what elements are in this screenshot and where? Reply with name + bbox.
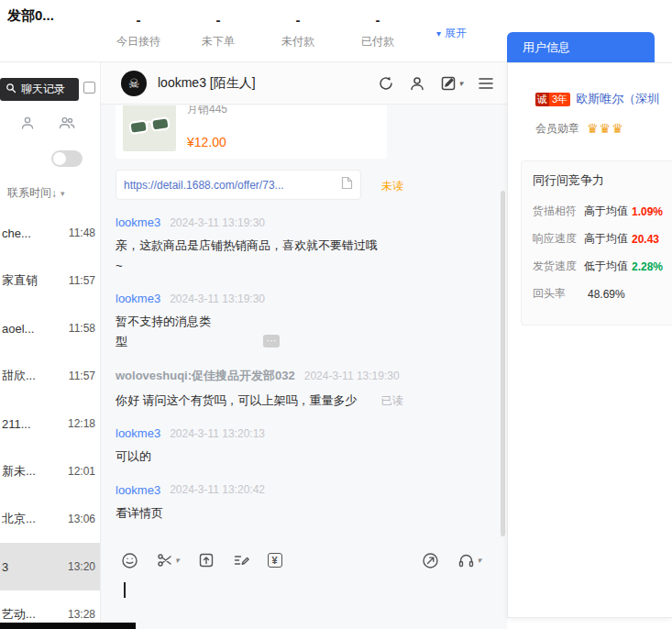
- message-body: 你好 请问这个有货吗，可以上架吗，重量多少⋯已读: [116, 391, 474, 411]
- competitiveness-rows: 货描相符 高于均值 1.09% 响应速度 高于均值 20.43 发货速度: [533, 204, 666, 302]
- contact-row[interactable]: 211... 12:18: [0, 400, 101, 447]
- company-name[interactable]: 欧斯唯尔（深圳: [576, 91, 659, 107]
- screenshot-scissors-icon[interactable]: ▾: [157, 552, 180, 568]
- message-body: 暂不支持的消息类 型⋯: [116, 312, 474, 352]
- refresh-icon[interactable]: [378, 75, 394, 92]
- contact-name: 新未...: [2, 463, 36, 480]
- competitiveness-row: 响应速度 高于均值 20.43: [533, 231, 666, 247]
- metric-desc: 低于均值: [584, 259, 628, 274]
- contact-time: 13:06: [68, 513, 95, 525]
- product-image: [123, 105, 176, 151]
- stat-value: -: [112, 12, 165, 28]
- emoji-icon[interactable]: [121, 552, 138, 569]
- contact-row[interactable]: 3 13:20: [0, 543, 101, 590]
- crown-medal-icon: ♛: [600, 121, 611, 136]
- person-filter-icon[interactable]: [20, 116, 35, 130]
- group-filter-icon[interactable]: [59, 116, 75, 130]
- message: lookme3 2024-3-11 13:20:42 看详情页⋯: [116, 483, 507, 524]
- contact-profile-icon[interactable]: [409, 75, 425, 92]
- medal-row: 会员勋章 ♛♛♛: [535, 120, 672, 137]
- message: lookme3 2024-3-11 13:20:13 可以的⋯: [116, 426, 507, 467]
- contact-name: 211...: [2, 417, 31, 431]
- competitiveness-row: 货描相符 高于均值 1.09%: [533, 204, 666, 219]
- tab-user-info[interactable]: 用户信息: [507, 32, 655, 62]
- service-headset-icon[interactable]: ▾: [457, 553, 481, 568]
- more-options-icon[interactable]: ⋯: [263, 335, 280, 348]
- message-sender[interactable]: lookme3: [116, 426, 160, 440]
- message: woloveshuqi:促佳搜品开发部032 2024-3-11 13:19:3…: [116, 368, 507, 411]
- metric-value: 2.28%: [632, 260, 663, 273]
- chat-scrollbar[interactable]: [501, 191, 505, 536]
- message-sender[interactable]: lookme3: [116, 292, 160, 305]
- transfer-session-icon[interactable]: [422, 552, 439, 569]
- crown-medal-icon: ♛: [611, 121, 623, 136]
- metric-label: 发货速度: [533, 259, 584, 274]
- peer-title: lookme3 [陌生人]: [158, 75, 256, 92]
- message-sender[interactable]: lookme3: [116, 215, 160, 229]
- contact-row[interactable]: 北京... 13:06: [0, 495, 101, 543]
- metric-label: 货描相符: [533, 204, 584, 219]
- message-text: 看详情页: [116, 506, 163, 520]
- stat-value: -: [192, 12, 245, 28]
- message-sender[interactable]: woloveshuqi:促佳搜品开发部032: [116, 368, 295, 384]
- message-head: lookme3 2024-3-11 13:19:30: [116, 215, 474, 229]
- credit-badge-years: 3年: [549, 93, 570, 106]
- competitiveness-row: 发货速度 低于均值 2.28%: [533, 259, 666, 274]
- menu-icon[interactable]: [478, 77, 494, 90]
- contact-row[interactable]: 家直销 11:57: [0, 257, 101, 304]
- transaction-yuan-icon[interactable]: ¥: [268, 553, 282, 568]
- competitiveness-box: 同行间竞争力 货描相符 高于均值 1.09% 响应速度 高于均值 20.4: [521, 160, 672, 326]
- contact-name: 甜欣...: [2, 368, 36, 384]
- metric-value: 1.09%: [632, 205, 663, 218]
- competitiveness-title: 同行间竞争力: [533, 172, 666, 189]
- unread-status: 未读: [381, 179, 403, 200]
- credit-badge: 诚3年: [535, 93, 570, 106]
- quick-phrase-icon[interactable]: [233, 552, 249, 568]
- expand-label: 展开: [445, 26, 467, 41]
- product-info: 月销445 ¥12.00: [187, 105, 227, 151]
- stat-item: - 未付款: [271, 12, 325, 50]
- stat-label: 今日接待: [112, 34, 165, 50]
- sort-selector[interactable]: 联系时间 ↓ ▾: [7, 185, 65, 201]
- contact-name: 3: [2, 560, 8, 574]
- conversation-sidebar: 聊天记录 联系时间 ↓ ▾ che... 11:48: [0, 62, 101, 629]
- contact-row[interactable]: aoel... 11:58: [0, 304, 101, 352]
- metric-value: 20.43: [632, 233, 659, 246]
- contact-row[interactable]: 新未... 12:01: [0, 447, 101, 495]
- product-link-text: https://detail.1688.com/offer/73...: [124, 179, 284, 192]
- status-toggle[interactable]: [51, 150, 83, 167]
- popout-window-icon[interactable]: [83, 82, 95, 94]
- caret-down-icon: ▾: [61, 189, 65, 198]
- message-sender[interactable]: lookme3: [116, 483, 160, 497]
- message-text: 你好 请问这个有货吗，可以上架吗，重量多少: [116, 393, 358, 407]
- chat-history-search[interactable]: 聊天记录: [0, 78, 79, 101]
- contact-row[interactable]: che... 11:48: [0, 209, 101, 257]
- send-file-icon[interactable]: [198, 552, 215, 568]
- stat-label: 已付款: [351, 34, 404, 50]
- messages-container: lookme3 2024-3-11 13:19:30 亲，这款商品是店铺热销商品…: [116, 215, 507, 524]
- sort-label: 联系时间: [7, 185, 51, 201]
- message-head: lookme3 2024-3-11 13:19:30: [116, 292, 474, 305]
- contact-row[interactable]: 甜欣... 11:57: [0, 352, 101, 400]
- message-list: 月销445 ¥12.00 https://detail.1688.com/off…: [101, 105, 507, 544]
- message-head: woloveshuqi:促佳搜品开发部032 2024-3-11 13:19:3…: [116, 368, 474, 384]
- peer-avatar[interactable]: ☠: [121, 71, 147, 96]
- product-sales: 月销445: [187, 105, 227, 117]
- product-card[interactable]: 月销445 ¥12.00: [116, 105, 387, 159]
- product-link[interactable]: https://detail.1688.com/offer/73...: [116, 170, 361, 200]
- message: lookme3 2024-3-11 13:19:30 亲，这款商品是店铺热销商品…: [116, 215, 507, 276]
- metric-desc: 高于均值: [584, 204, 628, 219]
- compose-note-icon[interactable]: ▾: [440, 75, 463, 92]
- message-input[interactable]: [116, 578, 482, 618]
- chat-header-actions: ▾: [378, 75, 494, 92]
- window-edge: [0, 623, 136, 629]
- medal-label: 会员勋章: [535, 121, 579, 137]
- caret-down-icon: ▾: [436, 28, 441, 39]
- competitiveness-row: 回头率 48.69%: [533, 286, 666, 302]
- caret-down-icon: ▾: [458, 79, 463, 88]
- contact-time: 13:28: [68, 608, 95, 621]
- stat-item: - 今日接待: [112, 12, 165, 50]
- contact-time: 12:01: [68, 465, 95, 478]
- expand-button[interactable]: ▾ 展开: [436, 26, 467, 41]
- stats-bar: - 今日接待 - 未下单 - 未付款 - 已付款: [112, 12, 404, 50]
